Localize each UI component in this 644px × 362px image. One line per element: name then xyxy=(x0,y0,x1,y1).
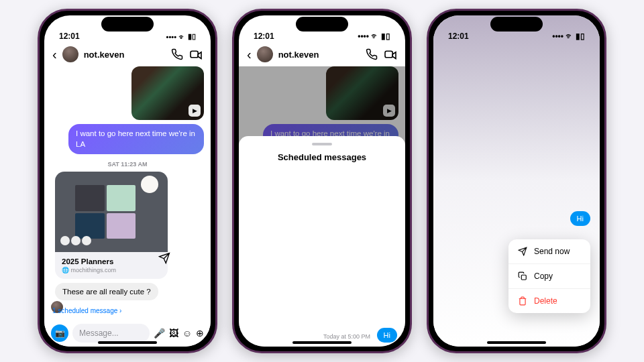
svg-rect-0 xyxy=(191,51,198,58)
message-input[interactable]: Message... xyxy=(72,324,150,343)
video-icon[interactable] xyxy=(189,48,203,61)
menu-send-now[interactable]: Send now xyxy=(508,239,590,264)
chat-header: ‹ not.keven xyxy=(44,42,211,66)
screen: 12:01 •••• ᯤ ▮▯ Hi Send now Copy xyxy=(433,15,600,347)
voice-icon[interactable]: 🎤 xyxy=(154,328,165,339)
status-time: 12:01 xyxy=(254,32,274,41)
phone-frame-1: 12:01 •••• ᯤ ▮▯ ‹ not.keven ▶ I wa xyxy=(38,9,217,353)
card-subtitle: 🌐 mochithings.com xyxy=(62,267,161,274)
svg-rect-2 xyxy=(521,275,526,280)
cellular-icon: •••• xyxy=(166,33,176,41)
avatar[interactable] xyxy=(257,46,273,62)
photo-icon[interactable]: 🖼 xyxy=(169,328,178,339)
back-icon[interactable]: ‹ xyxy=(52,47,57,62)
context-menu: Send now Copy Delete xyxy=(508,239,590,313)
screen: 12:01 •••• ᯤ ▮▯ ‹ not.keven ▶ I wa xyxy=(44,15,211,347)
dynamic-island xyxy=(101,17,154,32)
battery-icon: ▮▯ xyxy=(576,32,585,41)
menu-label: Send now xyxy=(534,247,570,256)
call-icon[interactable] xyxy=(365,48,378,61)
trash-icon xyxy=(518,296,527,306)
share-icon[interactable] xyxy=(158,252,170,264)
send-icon xyxy=(518,247,527,256)
home-indicator[interactable] xyxy=(98,341,157,344)
scheduled-time: Today at 5:00 PM xyxy=(323,333,370,340)
wifi-icon: ᯤ xyxy=(178,33,186,41)
sent-image[interactable]: ▶ xyxy=(131,66,204,120)
sticker-icon[interactable]: ☺ xyxy=(182,328,192,339)
wifi-icon: ᯤ xyxy=(371,32,379,41)
svg-rect-1 xyxy=(385,51,392,58)
battery-icon: ▮▯ xyxy=(381,32,390,41)
card-title: 2025 Planners xyxy=(62,257,161,265)
cellular-icon: •••• xyxy=(552,32,564,41)
wifi-icon: ᯤ xyxy=(566,32,574,41)
status-time: 12:01 xyxy=(448,32,469,41)
home-indicator[interactable] xyxy=(292,341,352,344)
timestamp: SAT 11:23 AM xyxy=(51,161,204,168)
sent-bubble[interactable]: I want to go here next time we're in LA xyxy=(68,124,204,154)
chat-body: ▶ I want to go here next time we're in L… xyxy=(44,66,211,347)
dynamic-island xyxy=(296,17,348,32)
status-icons: •••• ᯤ ▮▯ xyxy=(358,32,390,41)
reel-icon: ▶ xyxy=(189,105,201,117)
link-card[interactable]: 2025 Planners 🌐 mochithings.com xyxy=(55,172,168,279)
camera-button[interactable]: 📷 xyxy=(51,324,68,342)
status-time: 12:01 xyxy=(59,32,80,41)
video-icon[interactable] xyxy=(384,48,397,61)
chat-body: ▶ I want to go here next time we're in L… xyxy=(239,66,405,347)
back-icon[interactable]: ‹ xyxy=(247,47,252,62)
scheduled-row[interactable]: 1 scheduled message › xyxy=(44,303,129,318)
card-image xyxy=(55,172,168,252)
menu-copy[interactable]: Copy xyxy=(508,264,590,289)
home-indicator[interactable] xyxy=(487,341,546,344)
context-bubble[interactable]: Hi xyxy=(570,211,590,226)
received-bubble[interactable]: These are all really cute ? xyxy=(55,283,158,300)
scheduled-bubble[interactable]: Hi xyxy=(377,328,397,343)
battery-icon: ▮▯ xyxy=(188,32,196,41)
menu-label: Delete xyxy=(534,296,557,306)
dynamic-island xyxy=(490,17,543,32)
chat-header: ‹ not.keven xyxy=(239,42,405,66)
plus-icon[interactable]: ⊕ xyxy=(196,328,204,339)
phone-frame-3: 12:01 •••• ᯤ ▮▯ Hi Send now Copy xyxy=(427,9,606,353)
copy-icon xyxy=(518,272,527,281)
screen: 12:01 •••• ᯤ ▮▯ ‹ not.keven ▶ I want to … xyxy=(239,15,405,347)
menu-label: Copy xyxy=(534,272,553,281)
phone-frame-2: 12:01 •••• ᯤ ▮▯ ‹ not.keven ▶ I want to … xyxy=(232,9,412,353)
avatar[interactable] xyxy=(62,46,78,62)
username[interactable]: not.keven xyxy=(84,50,165,60)
call-icon[interactable] xyxy=(170,48,184,61)
status-icons: •••• ᯤ ▮▯ xyxy=(552,32,585,41)
status-icons: •••• ᯤ ▮▯ xyxy=(166,32,196,41)
sheet-grabber[interactable] xyxy=(312,143,332,145)
username[interactable]: not.keven xyxy=(278,50,360,60)
cellular-icon: •••• xyxy=(358,32,369,41)
scheduled-sheet: Scheduled messages Today at 5:00 PM Hi xyxy=(239,136,405,347)
sheet-title: Scheduled messages xyxy=(247,152,397,162)
menu-delete[interactable]: Delete xyxy=(508,289,590,313)
message-thread[interactable]: ▶ I want to go here next time we're in L… xyxy=(44,66,211,300)
